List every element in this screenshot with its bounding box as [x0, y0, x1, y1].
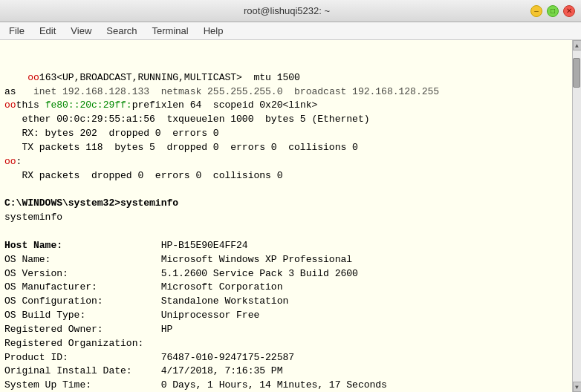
menu-terminal[interactable]: Terminal — [146, 24, 195, 38]
window-title: root@lishuqi5232: ~ — [43, 5, 530, 16]
window-controls[interactable]: – □ ✕ — [530, 5, 575, 17]
menu-file[interactable]: File — [3, 24, 30, 38]
maximize-button[interactable]: □ — [547, 5, 559, 17]
menu-view[interactable]: View — [65, 24, 97, 38]
menu-search[interactable]: Search — [100, 24, 143, 38]
scrollbar[interactable]: ▲ ▼ — [572, 40, 581, 392]
menu-edit[interactable]: Edit — [33, 24, 62, 38]
scroll-track[interactable] — [573, 50, 581, 382]
scroll-up-button[interactable]: ▲ — [573, 40, 582, 50]
terminal-content[interactable]: oo163<UP,BROADCAST,RUNNING,MULTICAST> mt… — [0, 40, 572, 392]
minimize-button[interactable]: – — [530, 5, 542, 17]
scroll-thumb[interactable] — [573, 58, 580, 88]
menu-bar: File Edit View Search Terminal Help — [0, 22, 581, 40]
title-bar: root@lishuqi5232: ~ – □ ✕ — [0, 0, 581, 22]
terminal-area[interactable]: oo163<UP,BROADCAST,RUNNING,MULTICAST> mt… — [0, 40, 581, 392]
menu-help[interactable]: Help — [198, 24, 230, 38]
scroll-down-button[interactable]: ▼ — [573, 382, 582, 392]
close-button[interactable]: ✕ — [563, 5, 575, 17]
